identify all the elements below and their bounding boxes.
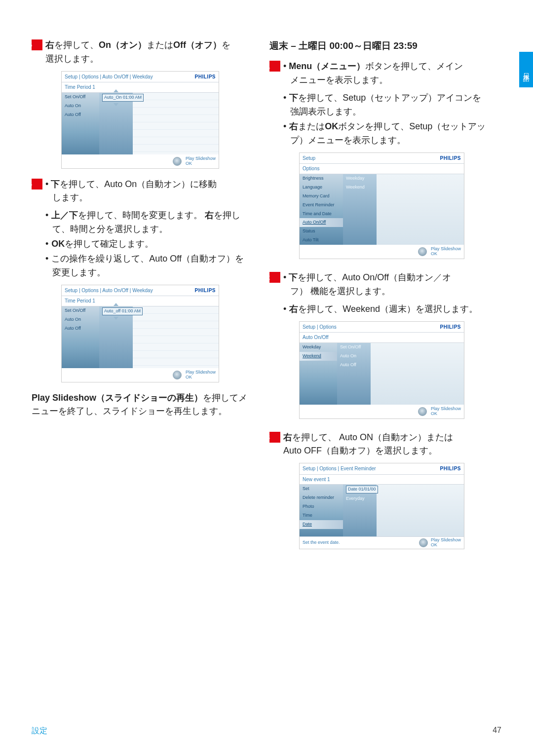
menu-item: Time bbox=[300, 511, 343, 520]
hint-ok: OK bbox=[186, 375, 216, 380]
brand-logo: PHILIPS bbox=[440, 323, 461, 331]
hint-ok: OK bbox=[431, 252, 461, 257]
brand-logo: PHILIPS bbox=[440, 154, 461, 162]
value-column: Auto_off 01:00 AM bbox=[99, 306, 133, 368]
step-3: 3右を押して、 Auto ON（自動オン）またはAuto OFF（自動オフ）を選… bbox=[269, 431, 487, 458]
step-number-2: 2 bbox=[269, 272, 280, 283]
brand-logo: PHILIPS bbox=[195, 287, 216, 295]
submenu-item: Date 01/01/00 bbox=[343, 485, 377, 494]
brand-logo: PHILIPS bbox=[195, 73, 216, 81]
date-value: Date 01/01/00 bbox=[346, 486, 378, 493]
breadcrumb: Setup | Options | Event Reminder bbox=[303, 465, 376, 473]
hint-ok: OK bbox=[431, 412, 461, 416]
submenu-item: Everyday bbox=[343, 494, 377, 503]
joystick-icon bbox=[418, 247, 427, 256]
menu-item: Weekday bbox=[300, 343, 337, 352]
screenshot-subhead: Time Period 1 bbox=[62, 82, 219, 93]
menu-item: Language bbox=[300, 183, 343, 192]
menu-item: Delete reminder bbox=[300, 493, 343, 502]
menu-item-selected: Weekend bbox=[300, 352, 337, 361]
screenshot-blank-area bbox=[377, 485, 464, 536]
weekend-heading: 週末 – 土曜日 00:00～日曜日 23:59 bbox=[269, 38, 487, 53]
screenshot-setup-options: SetupPHILIPS Options Brightness Language… bbox=[299, 152, 464, 259]
page-footer: 設定 47 bbox=[32, 726, 501, 736]
hint-text: Set the event date. bbox=[303, 539, 340, 546]
screenshot-event-reminder: Setup | Options | Event ReminderPHILIPS … bbox=[299, 463, 464, 549]
substep: OKを押して確定します。 bbox=[45, 237, 249, 251]
substep: 右またはOKボタンを押して、Setup（セットアップ）メニューを表示します。 bbox=[283, 120, 487, 148]
submenu-item: Weekday bbox=[343, 174, 377, 183]
screenshot-subhead: Time Period 1 bbox=[62, 296, 219, 306]
menu-item: Memory Card bbox=[300, 192, 343, 201]
submenu-item: Set On/Off bbox=[337, 343, 371, 352]
menu-column: Set On/Off Auto On Auto Off bbox=[62, 93, 99, 154]
screenshot-weekday-seton: Setup | Options | Auto On/Off | WeekdayP… bbox=[61, 71, 219, 169]
step-number-6: 6 bbox=[32, 179, 42, 189]
arrow-down-icon bbox=[114, 317, 118, 320]
submenu-item: Auto Off bbox=[337, 361, 371, 370]
hint-ok: OK bbox=[186, 161, 216, 166]
screenshot-weekday-autooff: Setup | Options | Auto On/Off | WeekdayP… bbox=[61, 285, 219, 382]
joystick-icon bbox=[173, 157, 182, 166]
step-1-substeps: 下を押して、Setup（セットアップ）アイコンを強調表示します。 右またはOKボ… bbox=[283, 91, 487, 148]
submenu-column: Weekday Weekend bbox=[343, 174, 377, 245]
screenshot-blank-area bbox=[133, 93, 219, 154]
breadcrumb: Setup | Options bbox=[303, 323, 337, 331]
step-2: 2• 下を押して、Auto On/Off（自動オン／オフ） 機能を選択します。 bbox=[269, 271, 487, 299]
substep: 下を押して、Setup（セットアップ）アイコンを強調表示します。 bbox=[283, 91, 487, 119]
menu-column: Set Delete reminder Photo Time Date bbox=[300, 485, 343, 536]
menu-column: Weekday Weekend bbox=[300, 343, 337, 405]
menu-column: Set On/Off Auto On Auto Off bbox=[62, 306, 99, 368]
submenu-column: Date 01/01/00 Everyday bbox=[343, 485, 377, 536]
menu-item-selected: Auto On/Off bbox=[300, 218, 343, 227]
arrow-up-icon bbox=[114, 303, 118, 306]
joystick-icon bbox=[419, 538, 428, 547]
menu-item: Set bbox=[300, 485, 343, 493]
screenshot-hint: Set the event date. Play SlideshowOK bbox=[300, 536, 464, 549]
substep: この操作を繰り返して、Auto Off（自動オフ）を変更します。 bbox=[45, 252, 249, 280]
submenu-column: Set On/Off Auto On Auto Off bbox=[337, 343, 371, 405]
hint-ok: OK bbox=[431, 543, 461, 548]
menu-column: Brightness Language Memory Card Event Re… bbox=[300, 174, 343, 245]
menu-item: Set On/Off bbox=[62, 306, 99, 315]
brand-logo: PHILIPS bbox=[440, 465, 461, 473]
screenshot-autoonoff-weekend: Setup | OptionsPHILIPS Auto On/Off Weekd… bbox=[299, 321, 464, 419]
page-number: 47 bbox=[493, 726, 501, 736]
time-value: Auto_On 01:00 AM bbox=[102, 94, 144, 102]
arrow-up-icon bbox=[114, 89, 118, 92]
step-number-1: 1 bbox=[269, 61, 280, 72]
screenshot-blank-area bbox=[133, 306, 219, 368]
joystick-icon bbox=[173, 371, 182, 379]
step-1: 1• Menu（メニュー）ボタンを押して、メインメニューを表示します。 bbox=[269, 60, 487, 87]
step-6: 6• 下を押して、Auto On（自動オン）に移動します。 bbox=[32, 178, 249, 205]
time-value: Auto_off 01:00 AM bbox=[102, 307, 143, 315]
breadcrumb: Setup bbox=[303, 154, 315, 162]
screenshot-subhead: Auto On/Off bbox=[300, 333, 464, 343]
language-side-tab: 日本語 bbox=[519, 52, 533, 87]
menu-item: Auto Off bbox=[62, 324, 99, 333]
step-6-substeps: 上／下を押して、時間を変更します。 右を押して、時間と分を選択します。 OKを押… bbox=[45, 209, 249, 279]
substep: 上／下を押して、時間を変更します。 右を押して、時間と分を選択します。 bbox=[45, 209, 249, 236]
step-5: 5右を押して、On（オン）またはOff（オフ）を選択します。 bbox=[32, 38, 249, 66]
submenu-item: Weekend bbox=[343, 183, 377, 192]
right-column: 週末 – 土曜日 00:00～日曜日 23:59 1• Menu（メニュー）ボタ… bbox=[269, 38, 487, 561]
menu-item: Time and Date bbox=[300, 210, 343, 219]
joystick-icon bbox=[418, 407, 427, 416]
screenshot-blank-area bbox=[371, 343, 464, 405]
page-columns: 5右を押して、On（オン）またはOff（オフ）を選択します。 Setup | O… bbox=[0, 0, 533, 561]
step-2-substeps: 右を押して、Weekend（週末）を選択します。 bbox=[283, 302, 487, 316]
menu-item: Auto On bbox=[62, 102, 99, 111]
menu-item: Auto On bbox=[62, 315, 99, 324]
menu-item: Brightness bbox=[300, 174, 343, 183]
screenshot-subhead: New event 1 bbox=[300, 475, 464, 485]
value-column: Auto_On 01:00 AM bbox=[99, 93, 133, 154]
menu-item: Photo bbox=[300, 502, 343, 511]
substep: 右を押して、Weekend（週末）を選択します。 bbox=[283, 302, 487, 316]
screenshot-blank-area bbox=[377, 174, 464, 245]
menu-item-selected: Date bbox=[300, 520, 343, 529]
menu-item: Status bbox=[300, 227, 343, 236]
screenshot-subhead: Options bbox=[300, 164, 464, 174]
play-slideshow-note: Play Slideshow（スライドショーの再生）を押してメニューを終了し、ス… bbox=[32, 391, 249, 419]
menu-item: Set On/Off bbox=[62, 93, 99, 102]
breadcrumb: Setup | Options | Auto On/Off | Weekday bbox=[65, 73, 153, 81]
